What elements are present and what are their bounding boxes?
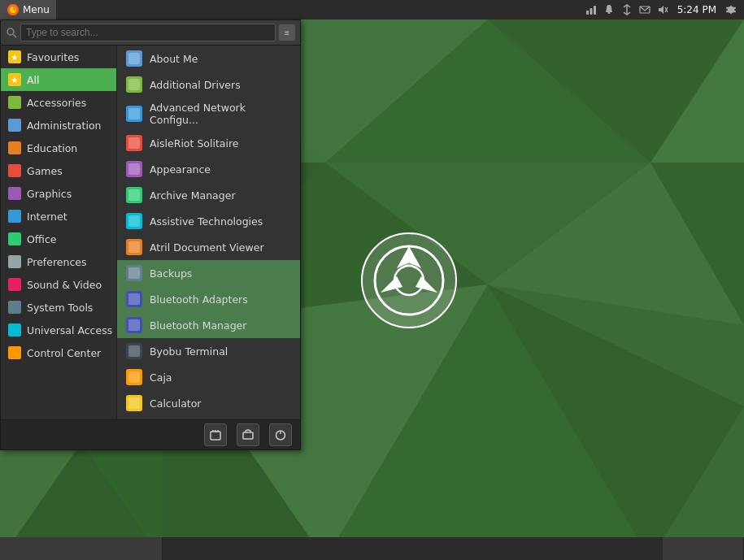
cat-label-sound-video: Sound & Video — [27, 279, 102, 291]
menu-content: ★ Favourites ★ All Accessories Adminis — [1, 46, 300, 419]
svg-rect-52 — [128, 53, 140, 64]
cat-icon-preferences — [7, 254, 22, 269]
category-item-universal-access[interactable]: Universal Access — [1, 319, 116, 341]
taskbar-tray — [663, 537, 744, 560]
svg-rect-58 — [128, 137, 140, 149]
app-icon — [125, 368, 143, 386]
app-icon — [125, 342, 143, 360]
cat-label-universal-access: Universal Access — [27, 324, 112, 336]
email-icon[interactable] — [637, 0, 653, 20]
category-item-games[interactable]: Games — [1, 159, 116, 182]
svg-rect-54 — [128, 79, 140, 90]
category-item-preferences[interactable]: Preferences — [1, 250, 116, 273]
app-item[interactable]: Caja — [117, 364, 300, 390]
svg-rect-46 — [8, 255, 21, 268]
category-item-internet[interactable]: Internet — [1, 205, 116, 228]
cat-icon-universal-access — [7, 323, 22, 337]
app-item[interactable]: Calculator — [117, 390, 300, 416]
svg-rect-64 — [128, 215, 140, 227]
svg-text:★: ★ — [11, 76, 19, 85]
app-item[interactable]: Bluetooth Adapters — [117, 286, 300, 312]
svg-rect-70 — [128, 293, 140, 305]
volume-icon[interactable] — [655, 0, 671, 20]
taskbar-bottom — [0, 537, 744, 560]
app-name: Bluetooth Adapters — [150, 293, 248, 306]
category-item-favourites[interactable]: ★ Favourites — [1, 46, 116, 68]
app-name: AisleRiot Solitaire — [150, 137, 239, 150]
search-input[interactable] — [20, 24, 276, 41]
category-item-office[interactable]: Office — [1, 228, 116, 250]
svg-rect-48 — [8, 301, 21, 314]
svg-rect-41 — [8, 141, 21, 154]
category-item-administration[interactable]: Administration — [1, 114, 116, 137]
network-icon[interactable] — [583, 0, 599, 20]
app-item[interactable]: Appearance — [117, 156, 300, 182]
clock[interactable]: 5:24 PM — [672, 4, 721, 15]
search-clear-button[interactable]: ≡ — [279, 24, 295, 41]
app-icon — [125, 238, 143, 256]
app-item[interactable]: Bluetooth Manager — [117, 312, 300, 338]
panel-right: 5:24 PM — [583, 0, 744, 20]
svg-point-33 — [7, 28, 14, 35]
cat-icon-office — [7, 232, 22, 246]
app-item[interactable]: Additional Drivers — [117, 72, 300, 98]
app-item[interactable]: AisleRiot Solitaire — [117, 130, 300, 156]
svg-rect-72 — [128, 319, 140, 331]
shutdown-button[interactable] — [269, 423, 292, 446]
app-item[interactable]: About Me — [117, 46, 300, 72]
panel-settings-icon[interactable] — [723, 0, 739, 20]
cat-icon-favourites: ★ — [7, 50, 22, 64]
app-name: Bluetooth Manager — [150, 319, 246, 332]
svg-rect-60 — [128, 163, 140, 175]
app-icon — [125, 105, 143, 123]
app-item[interactable]: Assistive Technologies — [117, 208, 300, 234]
menu-button[interactable]: Menu — [0, 0, 56, 20]
app-icon — [125, 212, 143, 230]
category-item-education[interactable]: Education — [1, 137, 116, 159]
cat-label-accessories: Accessories — [27, 97, 86, 109]
app-item[interactable]: Byobu Terminal — [117, 338, 300, 364]
menu-label: Menu — [23, 4, 50, 15]
cat-icon-education — [7, 141, 22, 155]
app-icon — [125, 160, 143, 178]
svg-rect-49 — [8, 323, 21, 336]
svg-point-23 — [10, 7, 16, 13]
svg-rect-26 — [594, 6, 596, 15]
category-item-accessories[interactable]: Accessories — [1, 91, 116, 114]
cat-icon-control-center — [7, 345, 22, 360]
suspend-button[interactable] — [204, 423, 227, 446]
app-item[interactable]: Backups — [117, 260, 300, 286]
svg-rect-40 — [8, 119, 21, 132]
cat-label-control-center: Control Center — [27, 347, 101, 359]
app-name: Archive Manager — [150, 189, 236, 202]
svg-rect-78 — [128, 397, 140, 409]
app-name: Additional Drivers — [150, 79, 241, 91]
category-item-control-center[interactable]: Control Center — [1, 341, 116, 364]
app-icon — [125, 394, 143, 412]
cat-icon-internet — [7, 209, 22, 224]
hibernate-button[interactable] — [237, 423, 259, 446]
cat-label-internet: Internet — [27, 211, 67, 223]
category-item-graphics[interactable]: Graphics — [1, 182, 116, 205]
cat-icon-all: ★ — [7, 72, 22, 87]
app-item[interactable]: Advanced Network Configu... — [117, 98, 300, 130]
app-item[interactable]: Atril Document Viewer — [117, 234, 300, 260]
svg-rect-27 — [607, 12, 610, 14]
category-item-system-tools[interactable]: System Tools — [1, 296, 116, 319]
svg-line-34 — [14, 35, 17, 38]
app-item[interactable]: Archive Manager — [117, 182, 300, 208]
app-icon — [125, 50, 143, 67]
menu-bottom — [1, 419, 300, 449]
notification-icon[interactable] — [601, 0, 617, 20]
svg-text:★: ★ — [11, 53, 19, 62]
category-item-all[interactable]: ★ All — [1, 68, 116, 91]
svg-rect-76 — [128, 371, 140, 383]
svg-rect-79 — [211, 432, 220, 440]
svg-rect-68 — [128, 267, 140, 279]
cat-label-system-tools: System Tools — [27, 302, 93, 314]
app-name: Calculator — [150, 397, 201, 410]
search-icon — [6, 27, 17, 38]
cat-label-preferences: Preferences — [27, 256, 87, 268]
network-transfer-icon[interactable] — [619, 0, 635, 20]
category-item-sound-video[interactable]: Sound & Video — [1, 273, 116, 296]
